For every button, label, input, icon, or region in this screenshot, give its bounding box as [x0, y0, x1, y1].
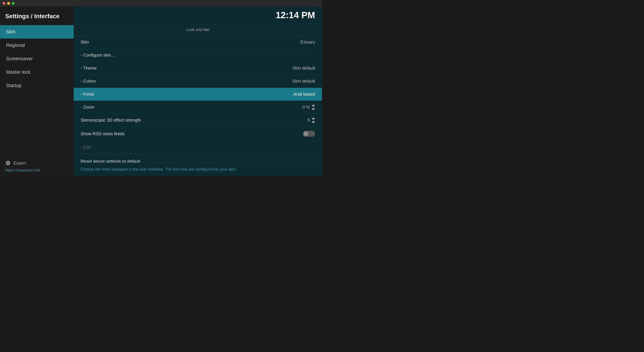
expert-label: Expert	[14, 160, 26, 166]
sidebar-item-screensaver[interactable]: Screensaver	[0, 52, 74, 66]
reset-button[interactable]: Reset above settings to default	[74, 154, 322, 162]
zoom-down-arrow[interactable]	[312, 105, 315, 107]
setting-rss-feeds[interactable]: Show RSS news feeds	[74, 127, 322, 141]
stereoscopic-down-arrow[interactable]	[312, 118, 315, 120]
app-title: Settings / Interface	[0, 9, 74, 25]
sidebar-bottom: Expert https://xuanyuan.me	[0, 157, 74, 176]
clock: 12:14 PM	[276, 10, 315, 20]
settings-list: Look and feel Skin Estuary - Configure s…	[74, 24, 322, 162]
setting-zoom[interactable]: - Zoom 0 %	[74, 101, 322, 114]
section-header: Look and feel	[74, 24, 322, 36]
titlebar	[0, 0, 322, 6]
sidebar-item-startup[interactable]: Startup	[0, 79, 74, 92]
expert-button[interactable]: Expert	[5, 160, 68, 166]
setting-edit: - Edit	[74, 141, 322, 154]
sidebar-item-regional[interactable]: Regional	[0, 38, 74, 52]
minimize-button[interactable]	[7, 2, 10, 5]
setting-skin[interactable]: Skin Estuary	[74, 36, 322, 49]
footer-link[interactable]: https://xuanyuan.me	[5, 168, 68, 172]
gear-icon	[5, 160, 11, 166]
setting-fonts[interactable]: - Fonts Arial based	[74, 88, 322, 101]
sidebar: Settings / Interface Skin Regional Scree…	[0, 6, 74, 176]
sidebar-item-skin[interactable]: Skin	[0, 25, 74, 38]
content-area: 12:14 PM Look and feel Skin Estuary - Co…	[74, 6, 322, 176]
zoom-up-arrow[interactable]	[312, 108, 315, 110]
stereoscopic-up-arrow[interactable]	[312, 120, 315, 123]
main-container: Settings / Interface Skin Regional Scree…	[0, 6, 322, 176]
sidebar-item-master-lock[interactable]: Master lock	[0, 66, 74, 79]
close-button[interactable]	[2, 2, 6, 5]
setting-stereoscopic[interactable]: Stereoscopic 3D effect strength 5	[74, 114, 322, 127]
rss-feeds-toggle[interactable]	[303, 131, 315, 137]
setting-colors[interactable]: - Colors Skin default	[74, 75, 322, 88]
help-text: Choose the fonts displayed in the user i…	[74, 162, 322, 176]
zoom-stepper[interactable]	[312, 105, 315, 110]
setting-configure-skin[interactable]: - Configure skin...	[74, 49, 322, 62]
maximize-button[interactable]	[12, 2, 14, 5]
content-header: 12:14 PM	[74, 6, 322, 24]
stereoscopic-stepper[interactable]	[312, 118, 315, 123]
setting-theme[interactable]: - Theme Skin default	[74, 62, 322, 75]
